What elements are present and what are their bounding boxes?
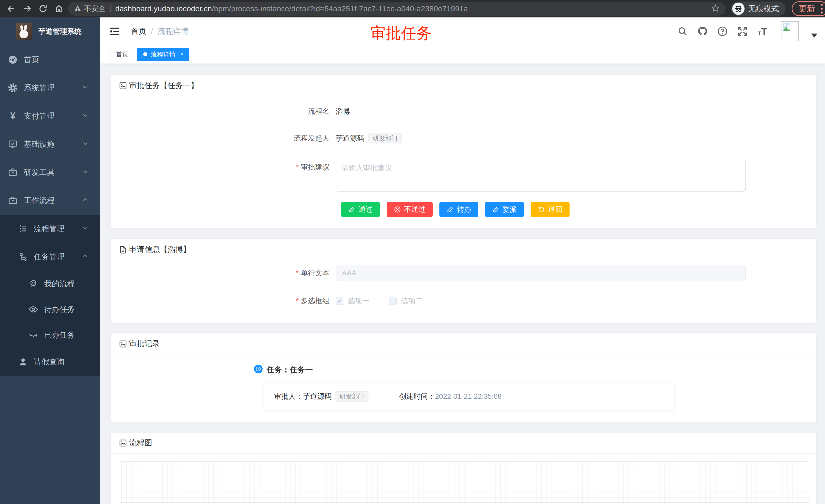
sidebar-item-system[interactable]: 系统管理 [0,74,100,102]
approval-record-item: 审批人： 芋道源码 研发部门 创建时间： 2022-01-21 22:35:08 [264,383,674,410]
sidebar-item-done-tasks[interactable]: 已办任务 [0,322,100,348]
single-line-text-label: *单行文本 [122,268,335,278]
sidebar-item-leave-query[interactable]: 请假查询 [0,348,100,376]
app-header: 首页 / 流程详情 审批任务 TT [100,17,825,45]
browser-menu-icon[interactable] [821,4,823,14]
browser-home-icon[interactable] [52,2,66,15]
active-tab-dot [143,52,147,56]
tab-close-icon[interactable]: × [180,51,183,58]
tree-icon [18,252,28,262]
chevron-up-icon [82,196,89,205]
document-icon [119,246,127,254]
user-icon [18,357,28,367]
process-name-value: 滔博 [335,106,350,116]
suggestion-textarea[interactable] [335,159,746,191]
page-content: 审批任务【任务一】 流程名 滔博 流程发起人 芋道源码 研发部门 *审批建议 [100,64,825,504]
picture-outline-icon [119,439,127,447]
toolbox-icon [8,167,18,177]
single-line-text-input [335,265,746,281]
initiator-dept-tag: 研发部门 [368,133,402,144]
browser-reload-icon[interactable] [36,2,50,15]
created-time-label: 创建时间： [399,392,435,401]
sidebar-item-infra[interactable]: 基础设施 [0,130,100,158]
created-time-value: 2022-01-21 22:35:08 [435,392,502,401]
picture-outline-icon [119,82,127,90]
tab-process-detail[interactable]: 流程详情 × [137,48,189,61]
approval-records-card: 审批记录 任务：任务一 审批人： 芋道源码 研发部门 创建时间： 2022-01… [111,333,817,422]
sidebar-item-todo-tasks[interactable]: 待办任务 [0,297,100,322]
briefcase-icon [8,195,18,205]
eye-icon [28,304,39,315]
approver-dept-tag: 研发部门 [335,391,368,402]
search-icon[interactable] [677,26,688,37]
browser-back-icon[interactable] [5,2,18,15]
update-label[interactable]: 更新 [799,3,815,14]
delegate-button[interactable]: 委派 [485,202,524,217]
card-title: 申请信息【滔博】 [129,244,191,255]
process-name-label: 流程名 [122,106,335,116]
bookmark-star-icon[interactable] [711,4,720,14]
checkbox-group: 选项一 选项二 [335,296,423,306]
avatar[interactable] [781,21,799,41]
gear-icon [8,83,18,93]
annotation-overlay-text: 审批任务 [370,23,432,44]
list-icon [18,224,28,234]
font-size-icon[interactable]: TT [757,26,768,37]
sidebar-item-my-process[interactable]: 我的流程 [0,271,100,297]
card-title: 流程图 [129,438,152,448]
eye-closed-icon [28,330,39,340]
url-text[interactable]: dashboard.yudao.iocoder.cn/bpm/process-i… [115,4,468,13]
reject-button[interactable]: 不通过 [387,202,433,217]
checkbox-option-1: 选项一 [335,296,369,306]
not-secure-warning-icon [74,4,81,13]
chevron-down-icon [82,168,89,177]
initiator-label: 流程发起人 [122,134,335,143]
app-logo-row: 芋道管理系统 [0,17,100,46]
address-bar[interactable]: 不安全 dashboard.yudao.iocoder.cn/bpm/proce… [68,2,726,16]
incognito-label: 无痕模式 [748,4,779,14]
app-title: 芋道管理系统 [39,27,81,36]
bpmn-canvas[interactable] [121,461,809,504]
transfer-button[interactable]: 转办 [439,202,478,217]
checkbox-option-2: 选项二 [389,296,423,306]
breadcrumb: 首页 / 流程详情 [131,26,188,36]
approval-task-card: 审批任务【任务一】 流程名 滔博 流程发起人 芋道源码 研发部门 *审批建议 [111,75,817,229]
return-button[interactable]: 退回 [531,202,570,217]
workflow-submenu: 流程管理 任务管理 我的流程 待办任务 已办任务 [0,215,100,376]
incognito-badge: 无痕模式 [731,2,785,16]
app-logo [16,23,32,40]
card-title: 审批记录 [129,339,160,349]
collapse-sidebar-icon[interactable] [109,26,120,37]
tab-home[interactable]: 首页 [110,48,134,61]
fullscreen-icon[interactable] [737,26,748,37]
approval-timeline: 任务：任务一 审批人： 芋道源码 研发部门 创建时间： 2022-01-21 2… [267,365,806,410]
avatar-caret-icon[interactable] [811,33,817,37]
sidebar-item-workflow[interactable]: 工作流程 [0,186,100,215]
sidebar-item-payment[interactable]: ¥ 支付管理 [0,102,100,130]
sidebar-item-task-mgmt[interactable]: 任务管理 [0,243,100,271]
yen-icon: ¥ [8,111,18,121]
security-label[interactable]: 不安全 [84,4,105,14]
breadcrumb-current: 流程详情 [158,26,188,36]
face-icon [28,279,39,289]
sidebar-item-devtools[interactable]: 研发工具 [0,158,100,186]
github-icon[interactable] [697,26,708,37]
main-area: 首页 / 流程详情 审批任务 TT 首页 [100,17,825,504]
sidebar-item-home[interactable]: 首页 [0,46,100,74]
browser-forward-icon[interactable] [20,2,34,15]
browser-update-button[interactable]: 更新 [792,1,825,16]
initiator-value: 芋道源码 [335,134,364,143]
monitor-icon [8,139,18,149]
chevron-down-icon [82,140,89,149]
help-icon[interactable] [717,26,728,37]
breadcrumb-home[interactable]: 首页 [131,26,146,36]
approver-label: 审批人： [274,392,303,401]
approve-button[interactable]: 通过 [341,202,380,217]
chevron-up-icon [82,253,89,261]
timeline-clock-icon [254,365,262,373]
tags-view-bar: 首页 流程详情 × [100,45,825,64]
sidebar-item-process-mgmt[interactable]: 流程管理 [0,215,100,243]
flow-diagram-card: 流程图 [111,432,817,504]
chevron-down-icon [82,224,89,233]
checkbox-unchecked-icon [389,297,397,305]
